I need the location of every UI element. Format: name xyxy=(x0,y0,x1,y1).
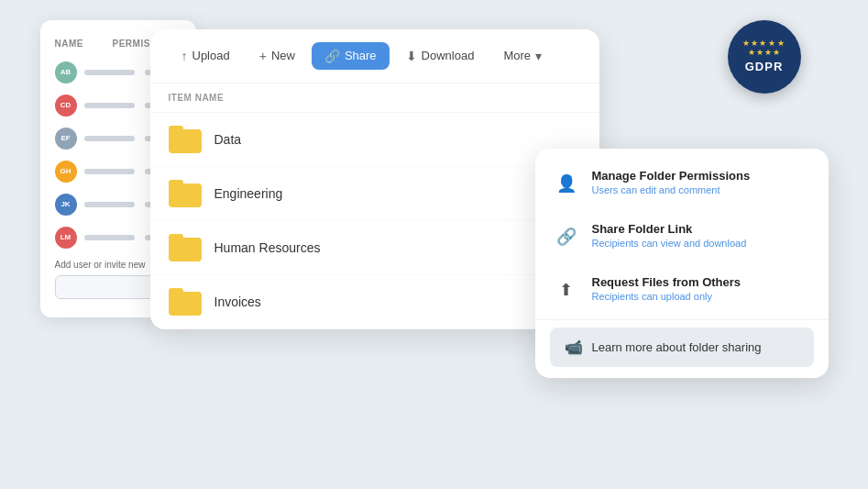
folder-icon xyxy=(169,180,202,207)
user-name-bar xyxy=(84,70,135,75)
person-icon: 👤 xyxy=(554,171,579,196)
share-option-1[interactable]: 🔗 Share Folder Link Recipients can view … xyxy=(535,209,829,262)
share-option-desc: Recipients can upload only xyxy=(592,291,742,302)
gdpr-text: GDPR xyxy=(745,60,784,73)
list-item[interactable]: Human Resources xyxy=(150,221,599,275)
list-item[interactable]: Engineering xyxy=(150,167,599,221)
user-name-bar xyxy=(84,235,135,240)
upload-button[interactable]: ↑ Upload xyxy=(169,42,243,70)
plus-icon: + xyxy=(259,49,267,63)
folder-icon xyxy=(169,288,202,316)
main-card: ↑ Upload + New 🔗 Share ⬇ Download More ▾… xyxy=(150,29,599,329)
share-option-title: Manage Folder Permissions xyxy=(592,169,751,183)
user-name-bar xyxy=(84,202,135,207)
user-name-bar xyxy=(84,136,135,141)
learn-more-button[interactable]: 📹 Learn more about folder sharing xyxy=(550,328,814,367)
avatar: GH xyxy=(55,161,77,183)
list-item[interactable]: Data xyxy=(150,113,599,167)
share-option-title: Request Files from Others xyxy=(592,275,742,289)
more-button[interactable]: More ▾ xyxy=(490,42,555,70)
avatar: LM xyxy=(55,227,77,249)
share-option-0[interactable]: 👤 Manage Folder Permissions Users can ed… xyxy=(535,156,829,209)
chevron-down-icon: ▾ xyxy=(535,49,542,63)
toolbar: ↑ Upload + New 🔗 Share ⬇ Download More ▾ xyxy=(150,29,599,83)
col-header-name: NAME xyxy=(55,39,83,49)
folder-icon xyxy=(169,126,202,153)
user-name-bar xyxy=(84,169,135,174)
file-name: Data xyxy=(214,132,242,147)
share-option-2[interactable]: ⬆ Request Files from Others Recipients c… xyxy=(535,262,829,316)
avatar: JK xyxy=(55,194,77,216)
file-list-column-header: ITEM NAME xyxy=(150,83,599,113)
folder-icon xyxy=(169,234,202,261)
avatar: EF xyxy=(55,128,77,150)
new-button[interactable]: + New xyxy=(247,42,308,70)
file-name: Human Resources xyxy=(214,240,321,255)
avatar: CD xyxy=(55,94,77,117)
file-name: Invoices xyxy=(214,295,261,309)
learn-more-label: Learn more about folder sharing xyxy=(592,340,762,354)
share-dropdown: 👤 Manage Folder Permissions Users can ed… xyxy=(535,149,829,378)
link-icon: 🔗 xyxy=(554,224,579,250)
file-list: Data Engineering Human Resources Invoice… xyxy=(150,113,599,329)
upload-icon: ⬆ xyxy=(554,277,579,303)
avatar: AB xyxy=(55,61,77,83)
video-icon: 📹 xyxy=(565,339,583,356)
user-name-bar xyxy=(84,103,135,108)
share-button[interactable]: 🔗 Share xyxy=(312,42,390,70)
download-icon: ⬇ xyxy=(406,49,417,63)
share-divider xyxy=(535,319,829,320)
gdpr-badge: ★ ★ ★ ★ ★ ★ ★ ★ ★ GDPR xyxy=(728,20,801,94)
download-button[interactable]: ⬇ Download xyxy=(393,42,488,70)
share-option-title: Share Folder Link xyxy=(592,222,747,236)
gdpr-stars: ★ ★ ★ ★ ★ ★ ★ ★ ★ xyxy=(742,39,787,57)
file-name: Engineering xyxy=(214,186,283,201)
share-icon: 🔗 xyxy=(324,49,340,63)
upload-icon: ↑ xyxy=(181,49,188,63)
list-item[interactable]: Invoices xyxy=(150,275,599,329)
share-option-desc: Users can edit and comment xyxy=(592,184,751,195)
share-option-desc: Recipients can view and download xyxy=(592,238,747,249)
